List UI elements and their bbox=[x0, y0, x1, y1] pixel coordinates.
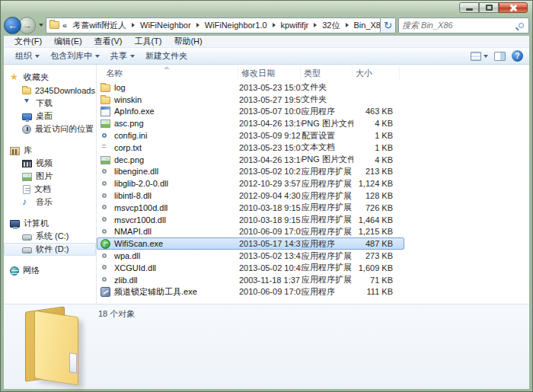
sidebar-section-header[interactable]: 库 bbox=[4, 144, 96, 157]
sidebar-item[interactable]: 软件 (D:) bbox=[4, 243, 96, 256]
breadcrumb-separator-icon[interactable] bbox=[132, 23, 135, 27]
breadcrumb-overflow[interactable]: « bbox=[62, 21, 67, 30]
table-row[interactable]: asc.png2013-04-26 13:16PNG 图片文件4 KB bbox=[97, 117, 404, 129]
sidebar-item[interactable]: 系统 (C:) bbox=[4, 230, 96, 243]
table-row[interactable]: ApInfo.exe2013-05-07 10:08应用程序463 KB bbox=[97, 106, 404, 118]
sidebar-item[interactable]: 视频 bbox=[4, 157, 96, 170]
table-row[interactable]: dec.png2013-04-26 13:16PNG 图片文件4 KB bbox=[97, 154, 404, 166]
search-box[interactable] bbox=[398, 18, 529, 33]
sidebar-item[interactable]: 桌面 bbox=[4, 110, 96, 123]
table-row[interactable]: zlib.dll2003-11-18 1:37应用程序扩展71 KB bbox=[97, 274, 404, 286]
toolbar-button-label: 组织 bbox=[15, 50, 32, 62]
recent-pages-dropdown-icon[interactable] bbox=[39, 24, 43, 27]
file-name: dec.png bbox=[114, 155, 144, 164]
breadcrumb[interactable]: « 考蔷wifi附近人WiFiNeighborWiFiNeighbor1.0kp… bbox=[46, 18, 381, 33]
sidebar-section: 网络 bbox=[4, 264, 96, 277]
table-row[interactable]: msvcr100d.dll2010-03-18 9:15应用程序扩展1,464 … bbox=[97, 214, 404, 226]
sidebar-item[interactable]: 最近访问的位置 bbox=[4, 123, 96, 135]
file-rows: log2013-05-23 15:02文件夹winskin2013-05-27 … bbox=[97, 81, 529, 298]
file-name-cell: libglib-2.0-0.dll bbox=[97, 179, 239, 189]
table-row[interactable]: wpa.dll2013-05-02 13:43应用程序扩展273 KB bbox=[97, 250, 404, 262]
change-view-button[interactable] bbox=[471, 52, 488, 61]
table-row[interactable]: WifiScan.exe2013-05-17 14:37应用程序487 KB bbox=[97, 237, 404, 250]
breadcrumb-separator-icon[interactable] bbox=[314, 23, 317, 27]
breadcrumb-separator-icon[interactable] bbox=[273, 23, 276, 27]
file-size-cell: 1,464 KB bbox=[353, 215, 397, 225]
dll-icon bbox=[101, 202, 110, 212]
table-row[interactable]: NMAPI.dll2010-06-09 17:05应用程序扩展1,215 KB bbox=[97, 226, 404, 238]
minimize-button[interactable] bbox=[459, 2, 479, 13]
preview-pane-button[interactable] bbox=[494, 52, 506, 61]
picture-icon bbox=[22, 173, 32, 181]
table-row[interactable]: 频道锁定辅助工具.exe2010-06-09 17:05应用程序111 KB bbox=[97, 286, 404, 298]
file-date-cell: 2012-09-04 4:30 bbox=[239, 191, 302, 200]
table-row[interactable]: corp.txt2013-05-23 15:03文本文档1 KB bbox=[97, 142, 404, 154]
close-button[interactable] bbox=[499, 2, 528, 13]
menu-item[interactable]: 工具(T) bbox=[128, 35, 168, 48]
sidebar-item-label: 软件 (D:) bbox=[36, 244, 69, 255]
file-date-cell: 2013-04-26 13:16 bbox=[239, 155, 302, 164]
column-header[interactable]: 名称 bbox=[97, 66, 238, 80]
breadcrumb-item[interactable]: WiFiNeighbor bbox=[138, 19, 193, 31]
menu-item[interactable]: 帮助(H) bbox=[168, 35, 208, 48]
toolbar-button[interactable]: 新建文件夹 bbox=[140, 48, 193, 64]
file-type-cell: 文件夹 bbox=[302, 94, 353, 105]
file-type-cell: 应用程序 bbox=[302, 238, 353, 250]
library-icon bbox=[10, 147, 20, 155]
file-type-cell: 应用程序扩展 bbox=[302, 214, 353, 225]
table-row[interactable]: winskin2013-05-27 19:59文件夹 bbox=[97, 94, 404, 106]
file-name: XCGUId.dll bbox=[114, 263, 156, 272]
sidebar-item[interactable]: 2345Downloads bbox=[4, 84, 96, 97]
table-row[interactable]: msvcp100d.dll2010-03-18 9:15应用程序扩展726 KB bbox=[97, 202, 404, 214]
breadcrumb-item[interactable]: 32位 bbox=[320, 18, 342, 33]
sidebar-item-label: 下载 bbox=[36, 97, 53, 109]
back-button[interactable] bbox=[4, 17, 21, 34]
search-icon[interactable] bbox=[519, 23, 524, 28]
table-row[interactable]: libglib-2.0-0.dll2012-10-29 3:57应用程序扩展1,… bbox=[97, 177, 404, 190]
toolbar-button[interactable]: 包含到库中 bbox=[45, 48, 105, 64]
menu-item[interactable]: 编辑(E) bbox=[48, 35, 88, 48]
column-header[interactable]: 大小 bbox=[353, 66, 400, 80]
sidebar-section: 收藏夹2345Downloads下载桌面最近访问的位置 bbox=[4, 71, 96, 135]
toolbar-button[interactable]: 组织 bbox=[10, 48, 45, 64]
file-size-cell: 463 KB bbox=[353, 107, 397, 116]
table-row[interactable]: libintl-8.dll2012-09-04 4:30应用程序扩展128 KB bbox=[97, 190, 404, 202]
table-row[interactable]: XCGUId.dll2013-05-02 10:45应用程序扩展1,609 KB bbox=[97, 262, 404, 274]
breadcrumb-separator-icon[interactable] bbox=[346, 23, 349, 27]
table-row[interactable]: config.ini2013-05-09 9:12配置设置1 KB bbox=[97, 129, 404, 142]
table-row[interactable]: libengine.dll2013-05-02 10:27应用程序扩展213 K… bbox=[97, 166, 404, 178]
sidebar-item[interactable]: 文档 bbox=[4, 183, 96, 196]
sidebar-section-header[interactable]: 计算机 bbox=[4, 217, 96, 230]
sidebar-item[interactable]: 图片 bbox=[4, 170, 96, 183]
toolbar-button[interactable]: 共享 bbox=[105, 48, 140, 64]
file-size-cell: 1,609 KB bbox=[353, 263, 397, 272]
chevron-down-icon bbox=[95, 55, 100, 58]
sidebar-item[interactable]: 下载 bbox=[4, 97, 96, 110]
search-input[interactable] bbox=[402, 21, 519, 30]
refresh-button[interactable] bbox=[381, 18, 396, 33]
sidebar-item[interactable]: 音乐 bbox=[4, 196, 96, 209]
menu-item[interactable]: 文件(F) bbox=[8, 35, 48, 48]
column-header[interactable]: 类型 bbox=[301, 66, 353, 80]
sidebar-item-label: 桌面 bbox=[36, 110, 53, 122]
breadcrumb-item[interactable]: 考蔷wifi附近人 bbox=[70, 18, 129, 33]
maximize-icon bbox=[486, 5, 493, 11]
file-name-cell: dec.png bbox=[97, 155, 239, 164]
breadcrumb-separator-icon[interactable] bbox=[196, 23, 199, 27]
maximize-button[interactable] bbox=[479, 2, 499, 13]
help-button[interactable] bbox=[512, 50, 523, 62]
sidebar-section-label: 计算机 bbox=[24, 218, 49, 229]
document-icon bbox=[23, 185, 30, 194]
file-type-cell: 应用程序 bbox=[302, 106, 353, 117]
breadcrumb-item[interactable]: Bin_X86 bbox=[352, 19, 381, 31]
tool-icon bbox=[101, 287, 110, 297]
sidebar-section-header[interactable]: 收藏夹 bbox=[4, 71, 96, 84]
breadcrumb-item[interactable]: kpwififjr bbox=[279, 19, 311, 31]
column-header[interactable]: 修改日期 bbox=[238, 66, 301, 80]
breadcrumb-item[interactable]: WiFiNeighbor1.0 bbox=[203, 19, 270, 31]
menu-item[interactable]: 查看(V) bbox=[88, 35, 129, 48]
table-row[interactable]: log2013-05-23 15:02文件夹 bbox=[97, 81, 404, 94]
file-size-cell: 213 KB bbox=[353, 167, 397, 176]
sidebar-section-header[interactable]: 网络 bbox=[4, 264, 96, 277]
file-name-cell: XCGUId.dll bbox=[97, 263, 239, 272]
